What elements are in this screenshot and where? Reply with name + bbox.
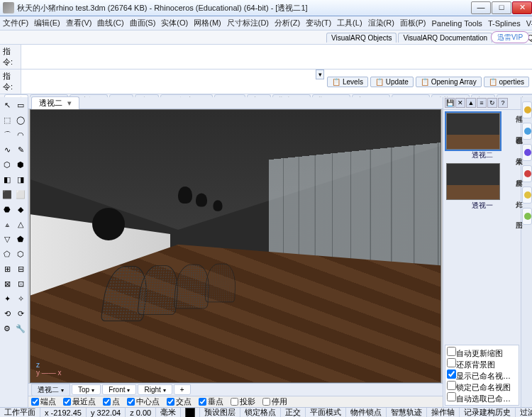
status-layer-swatch[interactable] (181, 408, 200, 417)
side-panel-tab[interactable]: 图层 (522, 208, 532, 225)
view-tab[interactable]: Top▾ (72, 384, 101, 395)
status-toggle[interactable]: 记录建构历史 (460, 408, 516, 417)
tool-button[interactable]: ◆ (14, 203, 27, 216)
tool-button[interactable]: ⬛ (1, 188, 13, 201)
tool-button[interactable]: ⬡ (1, 158, 13, 171)
named-view-option[interactable]: 自动更新缩图 (447, 347, 517, 358)
osnap-checkbox[interactable] (127, 398, 135, 406)
plugin-tab[interactable]: VisualARQ Documentation (398, 33, 492, 43)
named-view-option[interactable]: 显示已命名视图的摄影机 (447, 369, 517, 381)
menu-item[interactable]: 分析(Z) (275, 18, 300, 28)
tool-button[interactable]: ◨ (14, 173, 27, 186)
osnap-点[interactable]: 点 (103, 396, 120, 407)
osnap-checkbox[interactable] (231, 398, 238, 406)
status-toggle[interactable]: 物件锁点 (346, 408, 387, 417)
plugin-chip[interactable]: 📋 Opening Array (416, 77, 482, 87)
side-panel-tab[interactable]: 灯光 (522, 187, 532, 204)
tool-button[interactable]: △ (14, 218, 27, 230)
tool-button[interactable]: ⬟ (14, 233, 27, 245)
window-minimize-button[interactable]: — (471, 1, 491, 14)
side-panel-tab[interactable]: 已命名视图 (522, 123, 532, 140)
command-input[interactable] (21, 70, 316, 94)
status-cplane[interactable]: 工作平面 (0, 408, 40, 417)
status-toggle[interactable]: 锁定格点 (240, 408, 281, 417)
tool-button[interactable]: ∿ (1, 143, 13, 156)
tool-button[interactable]: ◠ (14, 128, 27, 141)
menu-item[interactable]: 变动(T) (306, 18, 331, 28)
osnap-checkbox[interactable] (167, 398, 174, 406)
osnap-中心点[interactable]: 中心点 (127, 396, 160, 407)
tool-button[interactable]: 🔧 (14, 322, 27, 335)
tool-button[interactable]: ▭ (14, 99, 27, 111)
viewport-perspective[interactable] (30, 109, 441, 383)
view-tab[interactable]: Right▾ (138, 384, 172, 395)
osnap-最近点[interactable]: 最近点 (63, 396, 96, 407)
tool-button[interactable]: ↖ (1, 99, 13, 111)
osnap-垂点[interactable]: 垂点 (199, 396, 223, 407)
menu-item[interactable]: 工具(L) (337, 18, 362, 28)
osnap-交点[interactable]: 交点 (167, 396, 192, 407)
tool-button[interactable]: ▽ (1, 233, 13, 245)
view-tab[interactable]: + (174, 384, 191, 395)
tool-button[interactable]: ⬠ (1, 248, 13, 260)
osnap-checkbox[interactable] (199, 398, 206, 406)
side-panel-tab[interactable]: 材质库 (522, 165, 532, 182)
tool-button[interactable]: ⬣ (1, 203, 13, 216)
menu-item[interactable]: 曲面(S) (130, 18, 156, 28)
tool-button[interactable]: ◯ (14, 113, 27, 126)
menu-item[interactable]: 文件(F) (3, 18, 28, 28)
panel-save-icon[interactable]: 💾 (445, 98, 455, 108)
menu-item[interactable]: Paneling Tools (432, 19, 482, 28)
osnap-checkbox[interactable] (103, 398, 111, 406)
tool-button[interactable]: ✎ (14, 143, 27, 156)
osnap-投影[interactable]: 投影 (231, 396, 255, 407)
view-tab[interactable]: Front▾ (102, 384, 136, 395)
side-panel-tab[interactable]: 属性 (522, 101, 532, 118)
panel-up-icon[interactable]: ▲ (466, 98, 476, 108)
panel-prop-icon[interactable]: ≡ (477, 98, 487, 108)
osnap-停用[interactable]: 停用 (262, 396, 287, 407)
option-checkbox[interactable] (447, 369, 456, 379)
tool-button[interactable]: ⟳ (14, 307, 27, 320)
tool-button[interactable]: ⬢ (14, 158, 27, 171)
option-checkbox[interactable] (447, 358, 456, 367)
named-view-thumbnail[interactable] (446, 113, 500, 150)
osnap-端点[interactable]: 端点 (31, 396, 56, 407)
osnap-checkbox[interactable] (63, 398, 71, 406)
menu-item[interactable]: 实体(O) (161, 18, 188, 28)
menu-item[interactable]: T-Splines (488, 19, 521, 28)
tool-button[interactable]: ◧ (1, 173, 13, 186)
view-tab[interactable]: 透视二▾ (31, 384, 70, 396)
tool-button[interactable]: ⊠ (1, 277, 13, 290)
menu-item[interactable]: V-Ray (526, 19, 532, 28)
command-history-input[interactable] (21, 45, 532, 69)
panel-help-icon[interactable]: ? (498, 98, 508, 108)
named-view-thumbnail[interactable] (446, 163, 500, 200)
tool-button[interactable]: ⌒ (1, 128, 13, 141)
tool-button[interactable]: ⊞ (1, 262, 13, 275)
tool-button[interactable]: ⟁ (1, 218, 13, 230)
viewport-tab-active[interactable]: 透视二 ▾ (31, 96, 79, 109)
side-panel-tab[interactable]: 效果未 (522, 144, 532, 161)
option-checkbox[interactable] (447, 347, 456, 356)
status-toggle[interactable]: 过滤器 (516, 408, 532, 417)
named-view-option[interactable]: 还原背景图 (447, 358, 517, 369)
window-close-button[interactable]: ✕ (512, 1, 532, 14)
tool-button[interactable]: ⊡ (14, 277, 27, 290)
window-maximize-button[interactable]: □ (492, 1, 511, 14)
named-view-option[interactable]: 锁定已命名视图 (447, 381, 517, 392)
menu-item[interactable]: 渲染(R) (368, 18, 394, 28)
panel-delete-icon[interactable]: ✕ (455, 98, 465, 108)
menu-item[interactable]: 尺寸标注(D) (227, 18, 269, 28)
tool-button[interactable]: ⟲ (1, 307, 13, 320)
plugin-chip[interactable]: 📋 operties (484, 77, 529, 87)
menu-item[interactable]: 面板(P) (400, 18, 426, 28)
menu-item[interactable]: 编辑(E) (34, 18, 60, 28)
tool-button[interactable]: ✧ (14, 292, 27, 305)
plugin-chip[interactable]: 📋 Update (370, 77, 414, 87)
panel-refresh-icon[interactable]: ↻ (487, 98, 497, 108)
named-view-option[interactable]: 自动选取已命名视图的摄影机 (447, 392, 517, 404)
tool-button[interactable]: ⚙ (1, 322, 13, 335)
tool-button[interactable]: ⬡ (14, 248, 27, 260)
tool-button[interactable]: ✦ (1, 292, 13, 305)
